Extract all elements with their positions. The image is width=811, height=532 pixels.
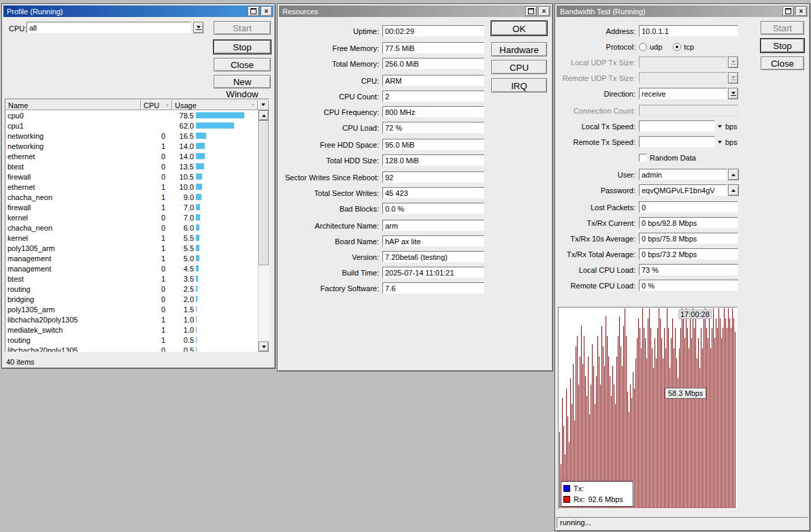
- user-input[interactable]: [639, 169, 727, 180]
- process-name-cell: routing: [5, 336, 141, 344]
- resource-field-value[interactable]: [382, 187, 484, 199]
- local-tx-speed-input[interactable]: [639, 120, 715, 132]
- remote-tx-speed-input[interactable]: [639, 136, 715, 148]
- scroll-down-button[interactable]: [259, 342, 269, 352]
- table-row[interactable]: cpu1 62.0: [5, 120, 258, 131]
- table-row[interactable]: bridging 0 2.0: [5, 294, 258, 304]
- start-button[interactable]: Start: [214, 21, 271, 35]
- resource-field-value[interactable]: [382, 42, 484, 54]
- resource-field-value[interactable]: [382, 75, 484, 86]
- resource-field-value[interactable]: [382, 282, 484, 294]
- resource-field-value[interactable]: [382, 25, 484, 37]
- usage-cell: 62.0: [172, 122, 258, 130]
- local-tx-unit-dropdown[interactable]: [715, 120, 724, 132]
- cpu-button[interactable]: CPU: [491, 60, 547, 74]
- close-button[interactable]: ×: [538, 6, 550, 16]
- remote-tx-unit-dropdown[interactable]: [715, 136, 724, 148]
- table-row[interactable]: kernel 1 5.5: [5, 233, 258, 243]
- resource-field-value[interactable]: [382, 58, 484, 69]
- password-input[interactable]: [639, 184, 727, 196]
- resource-field-value[interactable]: [382, 139, 484, 150]
- stop-button[interactable]: Stop: [214, 40, 271, 54]
- direction-input[interactable]: [639, 88, 727, 99]
- maximize-button[interactable]: [248, 6, 259, 16]
- profile-titlebar[interactable]: Profile (Running) ×: [3, 5, 274, 17]
- ok-button[interactable]: OK: [491, 21, 547, 35]
- table-row[interactable]: mediatek_switch 1 1.0: [5, 325, 258, 335]
- table-row[interactable]: routing 0 2.5: [5, 284, 258, 294]
- bandwidth-titlebar[interactable]: Bandwidth Test (Running) ×: [557, 5, 808, 17]
- direction-dropdown-button[interactable]: [728, 88, 738, 99]
- column-header-name[interactable]: Name: [5, 99, 141, 110]
- table-row[interactable]: libchacha20poly1305 0 0.5: [5, 345, 258, 352]
- table-scrollbar[interactable]: [258, 110, 269, 352]
- usage-cell: 6.0: [172, 224, 258, 232]
- table-row[interactable]: firewall 0 10.5: [5, 171, 258, 182]
- resource-field-value[interactable]: [382, 267, 484, 278]
- resource-field-value[interactable]: [382, 154, 484, 166]
- close-button[interactable]: ×: [795, 6, 807, 16]
- table-row[interactable]: management 1 5.0: [5, 253, 258, 263]
- table-row[interactable]: management 0 4.5: [5, 263, 258, 273]
- txrx-10s-average-value[interactable]: [639, 233, 738, 244]
- close-window-button[interactable]: Close: [214, 58, 271, 71]
- cpu-cell: 1: [141, 234, 172, 242]
- resource-field-value[interactable]: [382, 220, 484, 231]
- resources-titlebar[interactable]: Resources ×: [279, 5, 551, 17]
- column-selector-button[interactable]: [258, 99, 269, 110]
- table-row[interactable]: chacha_neon 1 9.0: [5, 192, 258, 202]
- resource-field-value[interactable]: [382, 90, 484, 102]
- irq-button[interactable]: IRQ: [491, 78, 547, 93]
- close-button[interactable]: ×: [261, 6, 272, 16]
- scroll-up-button[interactable]: [259, 110, 269, 120]
- table-row[interactable]: chacha_neon 0 6.0: [5, 222, 258, 233]
- resource-field-value[interactable]: [382, 235, 484, 247]
- txrx-current-label: Tx/Rx Current:: [559, 219, 635, 227]
- cpu-dropdown-button[interactable]: [193, 22, 203, 33]
- table-row[interactable]: btest 0 13.5: [5, 161, 258, 171]
- table-row[interactable]: networking 0 16.5: [5, 131, 258, 141]
- new-window-button[interactable]: New Window: [214, 75, 271, 88]
- address-input[interactable]: [639, 25, 738, 37]
- txrx-total-average-value[interactable]: [639, 248, 738, 260]
- resource-field-value[interactable]: [382, 251, 484, 263]
- start-button[interactable]: Start: [761, 21, 804, 35]
- table-row[interactable]: cpu0 78.5: [5, 110, 258, 120]
- maximize-button[interactable]: [782, 6, 794, 16]
- resource-field-value[interactable]: [382, 171, 484, 183]
- hardware-button[interactable]: Hardware: [491, 42, 547, 56]
- resource-field-value[interactable]: [382, 106, 484, 118]
- stop-button[interactable]: Stop: [761, 39, 804, 52]
- table-row[interactable]: btest 1 3.5: [5, 273, 258, 284]
- table-row[interactable]: libchacha20poly1305 1 1.0: [5, 314, 258, 325]
- column-header-cpu[interactable]: CPU: [141, 99, 172, 110]
- maximize-button[interactable]: [525, 6, 537, 16]
- protocol-udp-radio[interactable]: [639, 43, 647, 51]
- lost-packets-value[interactable]: [639, 201, 738, 213]
- resource-field-value[interactable]: [382, 203, 484, 214]
- user-collapse-button[interactable]: [728, 169, 739, 180]
- resource-field-value[interactable]: [382, 122, 484, 133]
- table-row[interactable]: routing 1 0.5: [5, 335, 258, 345]
- txrx-current-value[interactable]: [639, 217, 738, 229]
- protocol-tcp-radio[interactable]: [673, 43, 681, 51]
- legend-rx: Rx: 92.6 Mbps: [563, 494, 631, 505]
- local-cpu-load-value[interactable]: [639, 264, 738, 276]
- table-row[interactable]: poly1305_arm 1 5.5: [5, 243, 258, 253]
- table-row[interactable]: networking 1 14.0: [5, 141, 258, 151]
- remote-cpu-load-value[interactable]: [639, 280, 738, 291]
- table-row[interactable]: firewall 1 7.0: [5, 202, 258, 212]
- status-bar: running...: [557, 517, 808, 529]
- scrollbar-thumb[interactable]: [259, 120, 269, 265]
- usage-cell: 5.5: [172, 244, 258, 252]
- bandwidth-test-window: Bandwidth Test (Running) × Address: Prot…: [555, 3, 810, 531]
- column-header-usage[interactable]: Usage: [172, 99, 258, 110]
- table-row[interactable]: poly1305_arm 0 1.5: [5, 304, 258, 314]
- password-collapse-button[interactable]: [728, 184, 739, 196]
- close-window-button[interactable]: Close: [761, 56, 804, 70]
- table-row[interactable]: ethernet 1 10.0: [5, 182, 258, 192]
- cpu-select-input[interactable]: [27, 22, 191, 33]
- table-row[interactable]: kernel 0 7.0: [5, 212, 258, 222]
- random-data-checkbox[interactable]: [639, 154, 647, 162]
- table-row[interactable]: ethernet 0 14.0: [5, 151, 258, 161]
